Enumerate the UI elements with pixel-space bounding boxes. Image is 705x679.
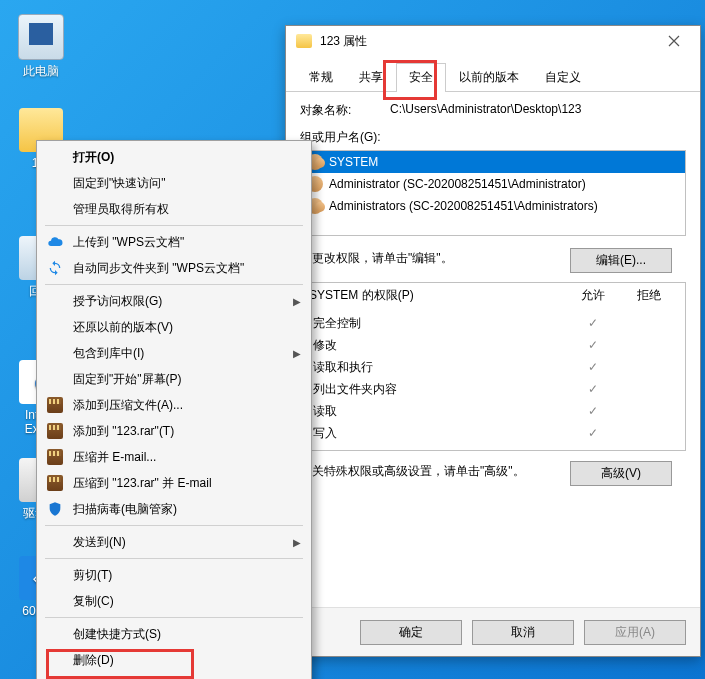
menu-separator <box>45 525 303 526</box>
menu-item-grant-access[interactable]: 授予访问权限(G)▶ <box>39 288 309 314</box>
menu-item-label: 发送到(N) <box>73 534 126 551</box>
menu-item-rar-add-named[interactable]: 添加到 "123.rar"(T) <box>39 418 309 444</box>
list-item[interactable]: Administrators (SC-202008251451\Administ… <box>301 195 685 217</box>
menu-item-restore-ver[interactable]: 还原以前的版本(V) <box>39 314 309 340</box>
menu-item-cut[interactable]: 剪切(T) <box>39 562 309 588</box>
menu-item-label: 压缩并 E-mail... <box>73 449 156 466</box>
list-item[interactable]: SYSTEM <box>301 151 685 173</box>
menu-item-rename[interactable]: 重命名(M) <box>39 673 309 679</box>
submenu-arrow-icon: ▶ <box>293 348 301 359</box>
permission-name: 修改 <box>309 337 565 354</box>
tab-sharing[interactable]: 共享 <box>346 63 396 92</box>
menu-item-rar-add[interactable]: 添加到压缩文件(A)... <box>39 392 309 418</box>
list-item[interactable]: Administrator (SC-202008251451\Administr… <box>301 173 685 195</box>
close-button[interactable] <box>654 28 694 54</box>
allow-check-icon: ✓ <box>565 360 621 374</box>
permission-name: 完全控制 <box>309 315 565 332</box>
menu-item-label: 压缩到 "123.rar" 并 E-mail <box>73 475 212 492</box>
allow-check-icon: ✓ <box>565 382 621 396</box>
menu-separator <box>45 225 303 226</box>
menu-item-copy[interactable]: 复制(C) <box>39 588 309 614</box>
menu-item-pin-quick[interactable]: 固定到"快速访问" <box>39 170 309 196</box>
title-bar[interactable]: 123 属性 <box>286 26 700 56</box>
menu-item-pin-start[interactable]: 固定到"开始"屏幕(P) <box>39 366 309 392</box>
menu-item-delete[interactable]: 删除(D) <box>39 647 309 673</box>
dialog-footer: 确定 取消 应用(A) <box>286 607 700 656</box>
menu-item-label: 包含到库中(I) <box>73 345 144 362</box>
cancel-button[interactable]: 取消 <box>472 620 574 645</box>
allow-check-icon: ✓ <box>565 404 621 418</box>
menu-item-upload-wps[interactable]: 上传到 "WPS云文档" <box>39 229 309 255</box>
menu-item-open[interactable]: 打开(O) <box>39 144 309 170</box>
permission-row: 读取✓ <box>309 400 677 422</box>
ok-button[interactable]: 确定 <box>360 620 462 645</box>
desktop-icon-label: 此电脑 <box>6 64 76 78</box>
menu-item-label: 管理员取得所有权 <box>73 201 169 218</box>
menu-separator <box>45 284 303 285</box>
permission-name: 读取和执行 <box>309 359 565 376</box>
menu-item-label: 添加到压缩文件(A)... <box>73 397 183 414</box>
desktop: 此电脑 1… 回… e Inte… Exp… 驱动… ◈ 60驱… 123 属性… <box>0 0 705 679</box>
dialog-body: 对象名称: C:\Users\Administrator\Desktop\123… <box>286 92 700 668</box>
window-title: 123 属性 <box>320 33 654 50</box>
menu-item-sync-wps[interactable]: 自动同步文件夹到 "WPS云文档" <box>39 255 309 281</box>
properties-dialog: 123 属性 常规 共享 安全 以前的版本 自定义 对象名称: C:\Users… <box>285 25 701 657</box>
edit-hint: 要更改权限，请单击"编辑"。 <box>300 251 453 265</box>
close-icon <box>668 35 680 47</box>
object-name-label: 对象名称: <box>300 102 390 119</box>
menu-item-shortcut[interactable]: 创建快捷方式(S) <box>39 621 309 647</box>
menu-item-send-to[interactable]: 发送到(N)▶ <box>39 529 309 555</box>
list-item-label: Administrators (SC-202008251451\Administ… <box>329 199 598 213</box>
menu-item-rar-email-named[interactable]: 压缩到 "123.rar" 并 E-mail <box>39 470 309 496</box>
computer-icon <box>18 14 64 60</box>
permission-row: 修改✓ <box>309 334 677 356</box>
edit-button[interactable]: 编辑(E)... <box>570 248 672 273</box>
menu-item-label: 上传到 "WPS云文档" <box>73 234 184 251</box>
advanced-button[interactable]: 高级(V) <box>570 461 672 486</box>
tab-security[interactable]: 安全 <box>396 63 446 92</box>
menu-separator <box>45 558 303 559</box>
tab-previous-versions[interactable]: 以前的版本 <box>446 63 532 92</box>
menu-item-label: 扫描病毒(电脑管家) <box>73 501 177 518</box>
menu-item-label: 添加到 "123.rar"(T) <box>73 423 174 440</box>
desktop-icon-pc[interactable]: 此电脑 <box>6 14 76 78</box>
group-users-list[interactable]: SYSTEM Administrator (SC-202008251451\Ad… <box>300 150 686 236</box>
menu-item-include-lib[interactable]: 包含到库中(I)▶ <box>39 340 309 366</box>
submenu-arrow-icon: ▶ <box>293 537 301 548</box>
advanced-hint: 有关特殊权限或高级设置，请单击"高级"。 <box>300 464 525 478</box>
cloud-icon <box>45 232 65 252</box>
rar-icon <box>45 395 65 415</box>
group-users-label: 组或用户名(G): <box>300 129 686 146</box>
menu-item-label: 复制(C) <box>73 593 114 610</box>
menu-item-label: 打开(O) <box>73 149 114 166</box>
allow-check-icon: ✓ <box>565 316 621 330</box>
permission-name: 读取 <box>309 403 565 420</box>
permission-row: 读取和执行✓ <box>309 356 677 378</box>
rar-icon <box>45 447 65 467</box>
apply-button[interactable]: 应用(A) <box>584 620 686 645</box>
menu-separator <box>45 617 303 618</box>
permission-row: 写入✓ <box>309 422 677 444</box>
tab-customize[interactable]: 自定义 <box>532 63 594 92</box>
permission-row: 列出文件夹内容✓ <box>309 378 677 400</box>
allow-check-icon: ✓ <box>565 338 621 352</box>
sync-icon <box>45 258 65 278</box>
permission-name: 写入 <box>309 425 565 442</box>
context-menu: 打开(O)固定到"快速访问"管理员取得所有权上传到 "WPS云文档"自动同步文件… <box>36 140 312 679</box>
menu-item-scan[interactable]: 扫描病毒(电脑管家) <box>39 496 309 522</box>
list-item-label: Administrator (SC-202008251451\Administr… <box>329 177 586 191</box>
rar-icon <box>45 421 65 441</box>
object-path: C:\Users\Administrator\Desktop\123 <box>390 102 581 119</box>
tab-general[interactable]: 常规 <box>296 63 346 92</box>
allow-check-icon: ✓ <box>565 426 621 440</box>
menu-item-rar-email[interactable]: 压缩并 E-mail... <box>39 444 309 470</box>
menu-item-label: 固定到"开始"屏幕(P) <box>73 371 182 388</box>
shield-icon <box>45 499 65 519</box>
menu-item-label: 删除(D) <box>73 652 114 669</box>
menu-item-label: 固定到"快速访问" <box>73 175 166 192</box>
permission-name: 列出文件夹内容 <box>309 381 565 398</box>
menu-item-label: 创建快捷方式(S) <box>73 626 161 643</box>
menu-item-label: 剪切(T) <box>73 567 112 584</box>
menu-item-admin-own[interactable]: 管理员取得所有权 <box>39 196 309 222</box>
deny-header: 拒绝 <box>621 287 677 304</box>
